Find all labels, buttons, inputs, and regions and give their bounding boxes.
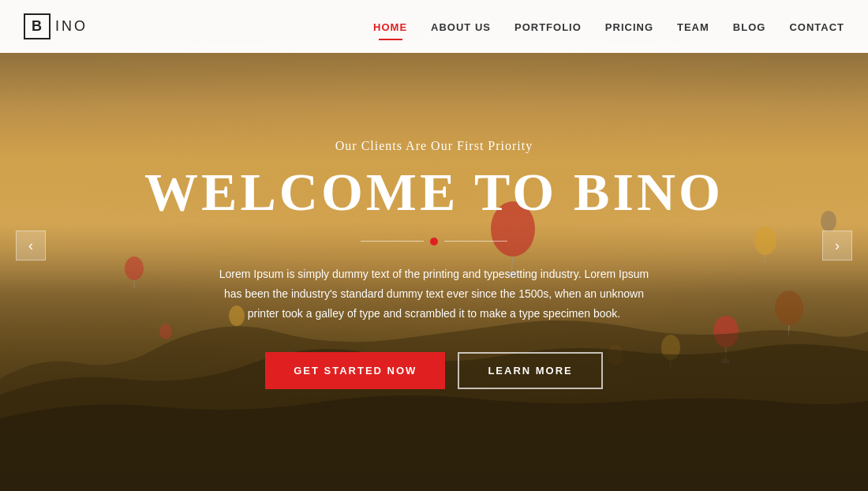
nav-item-about[interactable]: ABOUT US bbox=[431, 20, 491, 34]
carousel-prev-button[interactable]: ‹ bbox=[16, 231, 46, 260]
hero-title: WELCOME TO BINO bbox=[144, 163, 724, 222]
nav-link-blog[interactable]: BLOG bbox=[733, 21, 766, 33]
nav-item-blog[interactable]: BLOG bbox=[733, 20, 766, 34]
nav-link-pricing[interactable]: PRICING bbox=[605, 21, 653, 33]
nav-link-home[interactable]: HOME bbox=[373, 21, 407, 33]
nav-item-portfolio[interactable]: PORTFOLIO bbox=[514, 20, 582, 34]
logo-text: INO bbox=[55, 18, 88, 35]
hero-content: Our Clients Are Our First Priority WELCO… bbox=[0, 37, 868, 491]
navbar: B INO HOME ABOUT US PORTFOLIO PRICING TE… bbox=[0, 0, 868, 53]
nav-links: HOME ABOUT US PORTFOLIO PRICING TEAM BLO… bbox=[373, 20, 844, 34]
hero-divider bbox=[361, 238, 507, 246]
logo-box: B bbox=[24, 13, 51, 39]
nav-link-contact[interactable]: CONTACT bbox=[789, 21, 844, 33]
hero-subtitle: Our Clients Are Our First Priority bbox=[335, 139, 533, 153]
nav-item-team[interactable]: TEAM bbox=[677, 20, 709, 34]
get-started-button[interactable]: GET STARTED NOW bbox=[265, 352, 445, 389]
learn-more-button[interactable]: LEARN MORE bbox=[458, 352, 602, 389]
nav-link-about[interactable]: ABOUT US bbox=[431, 21, 491, 33]
divider-line-right bbox=[444, 241, 507, 242]
nav-link-portfolio[interactable]: PORTFOLIO bbox=[514, 21, 582, 33]
hero-section: B INO HOME ABOUT US PORTFOLIO PRICING TE… bbox=[0, 0, 868, 491]
nav-item-home[interactable]: HOME bbox=[373, 20, 407, 34]
carousel-next-button[interactable]: › bbox=[822, 231, 852, 260]
nav-link-team[interactable]: TEAM bbox=[677, 21, 709, 33]
divider-dot bbox=[430, 238, 438, 246]
divider-line-left bbox=[361, 241, 424, 242]
nav-item-pricing[interactable]: PRICING bbox=[605, 20, 653, 34]
hero-description: Lorem Ipsum is simply dummy text of the … bbox=[213, 264, 655, 324]
nav-item-contact[interactable]: CONTACT bbox=[789, 20, 844, 34]
logo[interactable]: B INO bbox=[24, 13, 88, 39]
hero-buttons: GET STARTED NOW LEARN MORE bbox=[265, 352, 603, 389]
